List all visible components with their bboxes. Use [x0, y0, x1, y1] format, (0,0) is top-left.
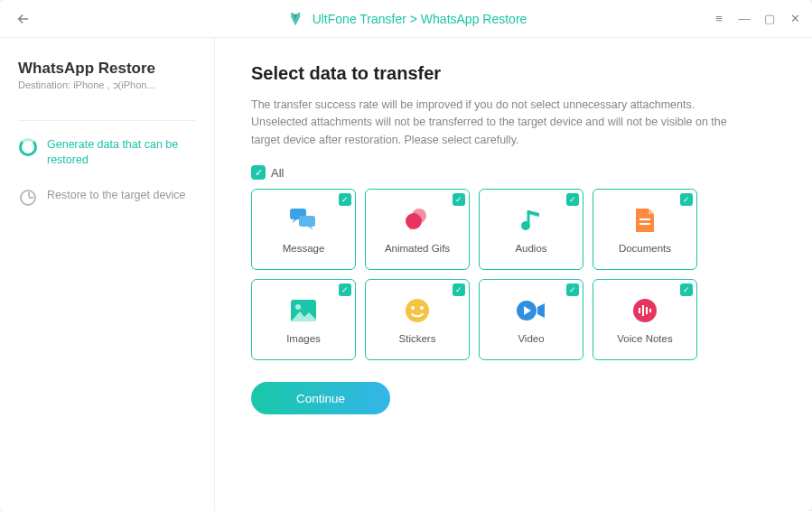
svg-point-4	[521, 221, 530, 230]
close-button[interactable]: ✕	[789, 13, 801, 25]
svg-point-8	[295, 304, 301, 310]
card-label: Documents	[619, 243, 671, 254]
clock-icon	[18, 188, 38, 208]
svg-rect-6	[639, 223, 650, 225]
check-icon: ✓	[566, 193, 579, 206]
card-label: Animated Gifs	[385, 243, 450, 254]
check-icon: ✓	[566, 283, 579, 296]
card-label: Stickers	[399, 333, 436, 344]
card-video[interactable]: ✓ Video	[479, 279, 583, 360]
svg-point-13	[633, 299, 657, 322]
card-label: Voice Notes	[617, 333, 672, 344]
message-icon	[288, 205, 319, 236]
minimize-button[interactable]: —	[738, 13, 751, 25]
continue-button[interactable]: Continue	[251, 382, 390, 414]
data-type-grid: ✓ Message ✓ Animated Gifs ✓	[251, 189, 776, 360]
svg-point-3	[406, 213, 422, 229]
page-description: The transfer success rate will be improv…	[251, 97, 739, 149]
images-icon	[288, 295, 319, 326]
app-logo-icon	[285, 9, 305, 29]
main-panel: Select data to transfer The transfer suc…	[215, 38, 812, 511]
documents-icon	[630, 205, 660, 236]
svg-rect-15	[642, 305, 644, 316]
card-voice-notes[interactable]: ✓ Voice Notes	[593, 279, 697, 360]
check-icon: ✓	[453, 193, 465, 206]
step-restore-device: Restore to the target device	[18, 188, 196, 208]
titlebar: UltFone Transfer > WhatsApp Restore ≡ — …	[0, 0, 812, 38]
card-label: Audios	[515, 243, 546, 254]
back-button[interactable]	[11, 6, 36, 32]
select-all-row[interactable]: ✓ All	[251, 165, 776, 180]
svg-rect-5	[639, 218, 650, 220]
check-icon: ✓	[680, 283, 693, 296]
window-controls: ≡ — ▢ ✕	[713, 13, 801, 25]
card-documents[interactable]: ✓ Documents	[593, 189, 697, 270]
menu-button[interactable]: ≡	[713, 13, 725, 25]
app-window: UltFone Transfer > WhatsApp Restore ≡ — …	[0, 0, 812, 511]
sidebar: WhatsApp Restore Destination: iPhone , ɔ…	[0, 38, 215, 511]
svg-point-11	[420, 306, 424, 310]
maximize-button[interactable]: ▢	[763, 13, 776, 25]
card-images[interactable]: ✓ Images	[251, 279, 356, 360]
video-icon	[516, 295, 546, 326]
card-audios[interactable]: ✓ Audios	[479, 189, 583, 270]
svg-rect-16	[646, 307, 648, 314]
select-all-label: All	[271, 166, 284, 180]
check-icon: ✓	[339, 283, 351, 296]
select-all-checkbox[interactable]: ✓	[251, 165, 266, 180]
audios-icon	[516, 205, 546, 236]
spinner-icon	[18, 137, 38, 157]
svg-point-9	[406, 299, 429, 322]
svg-rect-17	[649, 309, 651, 312]
card-stickers[interactable]: ✓ Stickers	[365, 279, 470, 360]
check-icon: ✓	[453, 283, 465, 296]
step-label: Generate data that can be restored	[47, 137, 196, 168]
step-label: Restore to the target device	[47, 188, 186, 203]
sidebar-title: WhatsApp Restore	[18, 60, 196, 78]
stickers-icon	[402, 295, 433, 326]
card-message[interactable]: ✓ Message	[251, 189, 356, 270]
breadcrumb: UltFone Transfer > WhatsApp Restore	[313, 12, 527, 26]
divider	[18, 120, 196, 121]
sidebar-subtitle: Destination: iPhone , ɔ(iPhon...	[18, 79, 196, 91]
card-animated-gifs[interactable]: ✓ Animated Gifs	[365, 189, 470, 270]
gifs-icon	[402, 205, 433, 236]
card-label: Message	[283, 243, 325, 254]
svg-rect-1	[299, 216, 315, 227]
check-icon: ✓	[680, 193, 693, 206]
svg-rect-14	[639, 308, 640, 313]
titlebar-center: UltFone Transfer > WhatsApp Restore	[285, 9, 527, 29]
card-label: Images	[286, 333, 321, 344]
body: WhatsApp Restore Destination: iPhone , ɔ…	[0, 38, 812, 511]
voice-notes-icon	[630, 295, 660, 326]
step-generate-data: Generate data that can be restored	[18, 137, 196, 168]
check-icon: ✓	[339, 193, 351, 206]
card-label: Video	[518, 333, 544, 344]
svg-point-10	[411, 306, 415, 310]
page-title: Select data to transfer	[251, 63, 776, 84]
